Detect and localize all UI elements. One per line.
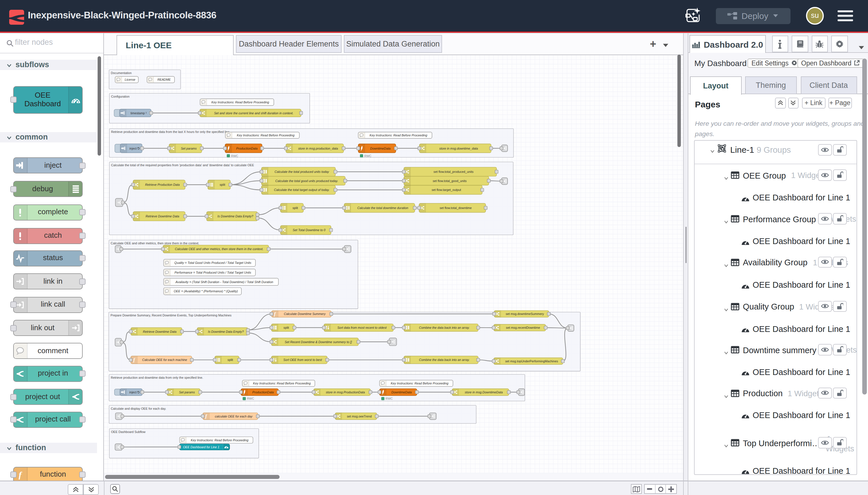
svg-text:ProductionData: ProductionData bbox=[236, 147, 257, 150]
svg-text:Calculate the total downtime d: Calculate the total downtime duration bbox=[357, 206, 408, 209]
svg-text:Retrieve Production Data: Retrieve Production Data bbox=[145, 183, 179, 186]
svg-text:f: f bbox=[19, 470, 22, 479]
svg-text:set flow.total_good_units: set flow.total_good_units bbox=[432, 179, 466, 182]
svg-text:Prepare Downtime Summary, Rece: Prepare Downtime Summary, Recent Downtim… bbox=[110, 313, 231, 317]
svg-text:Sort OEE from worst to best: Sort OEE from worst to best bbox=[283, 358, 322, 361]
svg-text:ProductionData: ProductionData bbox=[252, 390, 273, 394]
svg-text:Key Instructions: Read Before: Key Instructions: Read Before Proceeding bbox=[369, 133, 427, 137]
svg-text:Set Recent Downtime & Downtime: Set Recent Downtime & Downtime summery t… bbox=[284, 340, 352, 343]
svg-text:set msg.oeeTrend: set msg.oeeTrend bbox=[346, 414, 371, 418]
svg-text:set flow.total_downtime: set flow.total_downtime bbox=[439, 206, 472, 209]
svg-text:set flow.total_produced_units: set flow.total_produced_units bbox=[433, 170, 473, 173]
svg-text:Key Instructions: Read Before: Key Instructions: Read Before Proceeding bbox=[390, 381, 448, 385]
svg-text:Calculate OEE and other metric: Calculate OEE and other metrics, then st… bbox=[110, 241, 199, 245]
svg-text:Calculate and display OEE for: Calculate and display OEE for each day. bbox=[110, 407, 166, 410]
svg-text:Combine the data back into an: Combine the data back into an array. bbox=[419, 326, 469, 329]
svg-text:Calculate OEE and other metric: Calculate OEE and other metrics, then st… bbox=[175, 247, 263, 250]
svg-text:Set params: Set params bbox=[180, 147, 197, 150]
svg-text:README: README bbox=[157, 78, 171, 81]
svg-text:Sort data from most recent to: Sort data from most recent to oldest bbox=[337, 326, 387, 329]
svg-text:DowntimeData: DowntimeData bbox=[370, 147, 390, 150]
svg-text:Key Instructions: Read Before: Key Instructions: Read Before Proceeding bbox=[237, 133, 294, 137]
svg-text:RWC: RWC bbox=[364, 154, 371, 157]
svg-text:RWC: RWC bbox=[231, 154, 238, 157]
svg-text:split: split bbox=[227, 358, 232, 361]
svg-text:Key Instructions: Read Before: Key Instructions: Read Before Proceeding bbox=[211, 100, 269, 104]
svg-text:Is Downtime Data Empty?: Is Downtime Data Empty? bbox=[208, 330, 243, 333]
svg-text:Retrieve production and downti: Retrieve production and downtime data fr… bbox=[111, 130, 230, 133]
svg-text:Calculate the total of the req: Calculate the total of the required prop… bbox=[111, 163, 254, 167]
svg-text:Retrieve Downtime Data: Retrieve Downtime Data bbox=[145, 214, 179, 218]
svg-text:Performance = Total Produced U: Performance = Total Produced Units / Tot… bbox=[174, 271, 251, 274]
svg-text:Calculate Downtime Summery: Calculate Downtime Summery bbox=[283, 312, 326, 315]
svg-text:Set params: Set params bbox=[179, 390, 195, 394]
svg-text:DowntimeData: DowntimeData bbox=[391, 390, 411, 394]
svg-text:set msg.recentDowntime: set msg.recentDowntime bbox=[506, 326, 540, 329]
svg-text:set flow.target_output: set flow.target_output bbox=[431, 188, 461, 191]
svg-text:License: License bbox=[124, 78, 135, 81]
svg-text:Calculate OEE for each machine: Calculate OEE for each machine bbox=[142, 358, 187, 361]
svg-text:store in msg.production_data: store in msg.production_data bbox=[298, 147, 337, 150]
svg-text:set msg.downtimeSummery: set msg.downtimeSummery bbox=[505, 312, 544, 315]
svg-text:Calculate the total good units: Calculate the total good units produced … bbox=[275, 179, 338, 182]
svg-text:RWC: RWC bbox=[246, 396, 254, 400]
svg-text:Retrieve production and downti: Retrieve production and downtime data fr… bbox=[110, 376, 203, 379]
svg-text:split: split bbox=[283, 326, 289, 329]
svg-text:timestamp ¹: timestamp ¹ bbox=[130, 111, 147, 115]
svg-text:Set Total Downtime to 0: Set Total Downtime to 0 bbox=[292, 228, 325, 232]
svg-text:inject: inject bbox=[129, 390, 136, 394]
svg-text:Key Instructions: Read Before: Key Instructions: Read Before Proceeding bbox=[190, 438, 248, 442]
svg-text:Key Instructions: Read Before: Key Instructions: Read Before Proceeding bbox=[253, 381, 311, 385]
svg-text:split: split bbox=[219, 183, 225, 186]
svg-text:set msg.topUnderPerformingMach: set msg.topUnderPerformingMachines bbox=[505, 359, 558, 363]
svg-text:Quality = Total Good Units Pro: Quality = Total Good Units Produced / To… bbox=[174, 261, 251, 264]
svg-text:Set and store the current line: Set and store the current line and shift… bbox=[214, 111, 293, 115]
svg-text:Availavity = (Total Shift Dura: Availavity = (Total Shift Duration - Tot… bbox=[175, 280, 273, 284]
svg-text:Calculate the total target out: Calculate the total target output of tod… bbox=[274, 188, 329, 191]
svg-text:OEE = (Availability) * (Perfor: OEE = (Availability) * (Performance) * (… bbox=[173, 289, 237, 293]
svg-text:store in msg.DowntimeData: store in msg.DowntimeData bbox=[465, 390, 503, 394]
svg-text:Calculate the total produced u: Calculate the total produced units today bbox=[274, 170, 329, 173]
svg-text:Is Downtime Data Empty?: Is Downtime Data Empty? bbox=[217, 214, 253, 218]
svg-text:calculate OEE for each day: calculate OEE for each day bbox=[214, 414, 252, 418]
svg-text:RWC: RWC bbox=[385, 396, 393, 400]
svg-text:store in msg.ProductionData: store in msg.ProductionData bbox=[326, 390, 365, 394]
svg-text:Configuration: Configuration bbox=[111, 95, 129, 98]
svg-text:split: split bbox=[292, 206, 298, 209]
svg-text:store in msg.downtime_data: store in msg.downtime_data bbox=[439, 147, 478, 150]
svg-text:Retrieve Downtime Data: Retrieve Downtime Data bbox=[143, 330, 176, 333]
svg-text:OEE Dashboard for Line 1: OEE Dashboard for Line 1 bbox=[183, 445, 219, 448]
svg-text:Combine the data back into an: Combine the data back into an array. bbox=[419, 358, 469, 361]
svg-text:inject: inject bbox=[129, 147, 136, 150]
svg-text:Documentation: Documentation bbox=[110, 71, 132, 74]
svg-text:OEE Dashboard Subflow: OEE Dashboard Subflow bbox=[111, 430, 145, 433]
